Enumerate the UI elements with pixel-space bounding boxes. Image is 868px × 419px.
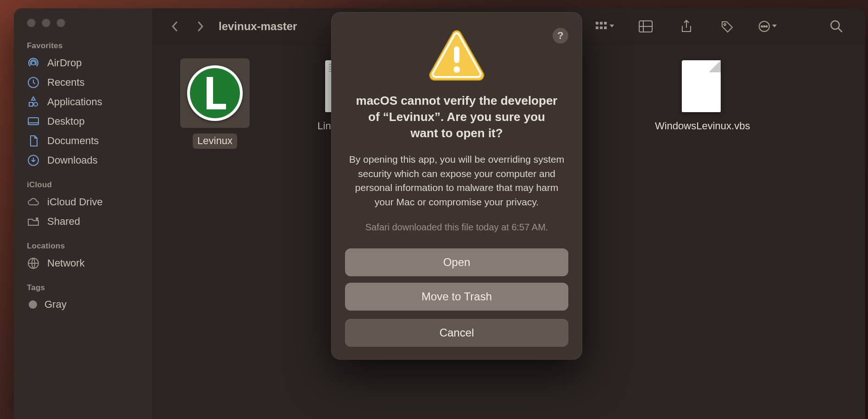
cloud-icon <box>27 196 40 209</box>
help-button[interactable]: ? <box>553 28 568 44</box>
svg-point-20 <box>453 66 460 73</box>
sidebar-item-airdrop[interactable]: AirDrop <box>14 53 152 73</box>
sidebar: Favorites AirDrop Recents Applications D… <box>14 8 153 419</box>
clock-icon <box>27 76 40 89</box>
globe-icon <box>27 257 40 270</box>
file-item-windowslevinux[interactable]: WindowsLevinux.vbs <box>650 58 752 133</box>
minimize-window-button[interactable] <box>42 19 50 27</box>
sidebar-section-tags: Tags <box>14 283 152 295</box>
file-thumbnail <box>673 58 729 114</box>
sidebar-item-applications[interactable]: Applications <box>14 92 152 112</box>
desktop-icon <box>27 115 40 128</box>
tags-button[interactable] <box>716 16 738 37</box>
sidebar-item-label: Recents <box>47 76 85 89</box>
download-icon <box>27 154 40 167</box>
close-window-button[interactable] <box>27 19 36 27</box>
applications-icon <box>27 95 40 108</box>
svg-rect-6 <box>596 22 598 25</box>
sidebar-item-desktop[interactable]: Desktop <box>14 112 152 131</box>
file-label: WindowsLevinux.vbs <box>655 120 748 133</box>
sidebar-item-icloud-drive[interactable]: iCloud Drive <box>14 192 152 212</box>
sidebar-item-label: Desktop <box>47 115 85 127</box>
sidebar-item-recents[interactable]: Recents <box>14 73 152 92</box>
svg-rect-10 <box>600 26 603 29</box>
action-menu-button[interactable] <box>757 16 779 37</box>
sidebar-item-downloads[interactable]: Downloads <box>14 151 152 170</box>
airdrop-icon <box>27 57 40 70</box>
warning-icon <box>427 28 487 83</box>
file-thumbnail <box>180 58 250 128</box>
svg-point-17 <box>766 25 767 27</box>
cancel-button[interactable]: Cancel <box>345 319 568 347</box>
sidebar-item-documents[interactable]: Documents <box>14 131 152 151</box>
svg-point-0 <box>31 61 35 65</box>
move-to-trash-button[interactable]: Move to Trash <box>345 283 568 311</box>
svg-point-4 <box>36 217 38 220</box>
svg-point-18 <box>831 21 839 29</box>
share-button[interactable] <box>675 16 698 37</box>
levinux-app-icon <box>187 65 243 121</box>
sidebar-item-label: Network <box>47 257 85 269</box>
view-options-button[interactable] <box>594 16 616 37</box>
window-title: levinux-master <box>219 20 297 33</box>
sidebar-item-shared[interactable]: Shared <box>14 212 152 231</box>
search-button[interactable] <box>825 16 848 37</box>
svg-rect-7 <box>600 22 603 25</box>
svg-rect-2 <box>28 118 38 125</box>
sidebar-item-label: AirDrop <box>47 57 82 69</box>
toolbar-right-group <box>594 16 848 37</box>
svg-point-13 <box>724 24 726 25</box>
generic-file-icon <box>682 60 721 112</box>
svg-rect-9 <box>596 26 598 29</box>
svg-point-16 <box>764 25 765 27</box>
group-button[interactable] <box>635 16 657 37</box>
sidebar-item-tag-gray[interactable]: Gray <box>14 295 152 314</box>
forward-button[interactable] <box>191 17 209 36</box>
sidebar-item-label: Downloads <box>47 154 98 166</box>
sidebar-section-favorites: Favorites <box>14 41 152 53</box>
svg-point-15 <box>761 25 763 27</box>
sidebar-item-network[interactable]: Network <box>14 254 152 273</box>
sidebar-section-icloud: iCloud <box>14 180 152 192</box>
dialog-body: By opening this app, you will be overrid… <box>348 152 566 209</box>
shared-folder-icon <box>27 215 40 228</box>
file-item-levinux[interactable]: Levinux <box>173 58 257 149</box>
back-button[interactable] <box>166 17 184 36</box>
sidebar-item-label: Shared <box>47 216 80 228</box>
window-controls <box>14 19 152 27</box>
document-icon <box>27 134 40 147</box>
file-label: Levinux <box>193 133 237 149</box>
svg-rect-11 <box>604 26 607 29</box>
tag-dot-icon <box>29 300 37 309</box>
sidebar-item-label: Applications <box>47 96 102 108</box>
dialog-title: macOS cannot verify the developer of “Le… <box>354 93 559 141</box>
dialog-meta: Safari downloaded this file today at 6:5… <box>345 222 568 233</box>
sidebar-item-label: Gray <box>44 298 67 311</box>
zoom-window-button[interactable] <box>57 19 65 27</box>
svg-rect-8 <box>604 22 607 25</box>
sidebar-section-locations: Locations <box>14 241 152 254</box>
sidebar-item-label: Documents <box>47 135 99 147</box>
gatekeeper-dialog: ? macOS cannot verify the developer of “… <box>331 12 582 360</box>
sidebar-item-label: iCloud Drive <box>47 196 103 208</box>
open-button[interactable]: Open <box>345 248 568 276</box>
svg-rect-19 <box>454 46 459 63</box>
